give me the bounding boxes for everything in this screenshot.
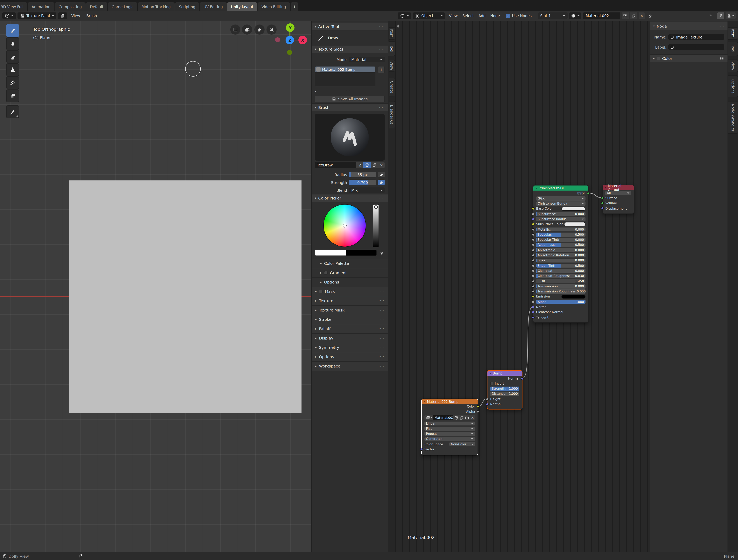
pbsdf-socket-anisotropic-rotation[interactable] (532, 254, 534, 257)
pbsdf-socket-alpha[interactable] (532, 301, 534, 303)
pan-hand-button[interactable] (255, 24, 265, 35)
material-name-field[interactable]: Material.002 (583, 12, 620, 19)
socket-vector-input[interactable] (420, 448, 423, 451)
panel-falloff-7[interactable]: ▸Falloff:::: (312, 324, 388, 333)
invert-checkbox[interactable] (490, 382, 493, 385)
slots-mode-dropdown[interactable]: Material (349, 57, 385, 62)
fake-user-button[interactable] (363, 162, 371, 168)
tool-mask-brush[interactable] (6, 89, 19, 102)
pbsdf-row-roughness[interactable]: Roughness:0.500 (536, 243, 586, 247)
pbsdf-socket-subsurface-radius[interactable] (532, 218, 534, 220)
zoom-magnifier-button[interactable] (267, 24, 277, 35)
color-wheel-cursor[interactable] (343, 224, 346, 227)
workspace-tab-unity-layout[interactable]: Unity layout (227, 2, 257, 11)
axis-z-ball[interactable]: Z (286, 36, 294, 44)
node-menu-view[interactable]: View (447, 12, 460, 19)
node-sidebar-tab-item[interactable]: Item (728, 27, 738, 40)
axis-neg-x-ball[interactable] (275, 37, 280, 42)
workspace-tab-uv-editing[interactable]: UV Editing (200, 2, 227, 11)
pbsdf-socket-transmission[interactable] (532, 285, 534, 288)
texture-slot-list[interactable]: Material.002 Bump (315, 66, 375, 86)
sidebar-tab-view[interactable]: View (389, 60, 395, 72)
workspace-tab-3d-view-full[interactable]: 3D View Full (0, 2, 27, 11)
swap-colors-icon[interactable] (379, 250, 385, 255)
strength-pressure-button[interactable] (378, 180, 385, 185)
pbsdf-row-base-color[interactable]: Base Color (536, 207, 586, 211)
pbsdf-socket-ior[interactable] (532, 280, 534, 283)
socket-bsdf-output[interactable] (587, 192, 590, 195)
value-slider[interactable] (373, 204, 379, 247)
save-all-images-button[interactable]: Save All Images (315, 95, 385, 102)
brush-users-button[interactable]: 2 (356, 162, 363, 168)
image-browse-button[interactable] (424, 415, 433, 420)
axis-x-ball[interactable]: X (298, 36, 307, 44)
node-principled-bsdf[interactable]: ▾Principled BSDF BSDF GGXChristensen-Bur… (533, 185, 589, 323)
background-color[interactable] (346, 250, 376, 255)
node-menu-select[interactable]: Select (460, 12, 476, 19)
color-space-dropdown[interactable]: Non-Color (449, 442, 475, 446)
image-unlink-button[interactable]: × (470, 415, 475, 420)
panel-gradient-1[interactable]: ▸Gradient (312, 268, 388, 277)
tool-smear-brush[interactable] (6, 50, 19, 63)
snapping-toggle[interactable] (717, 12, 724, 19)
imgtex-dropdown-flat[interactable]: Flat (424, 427, 475, 431)
node-material-output[interactable]: ▾Material Output All SurfaceVolumeDispla… (602, 185, 634, 214)
tool-draw-brush[interactable] (6, 24, 19, 37)
panel-brush[interactable]: ▾Brush:::: (312, 103, 388, 111)
brush-preview[interactable] (315, 114, 385, 161)
pbsdf-row-subsurface-color[interactable]: Subsurface Color (536, 222, 586, 226)
material-fake-user-button[interactable] (622, 12, 629, 19)
panel-texture-mask-5[interactable]: ▸Texture Mask:::: (312, 305, 388, 315)
material-copy-button[interactable] (630, 12, 637, 19)
workspace-tab-compositing[interactable]: Compositing (55, 2, 86, 11)
panel-mask-3[interactable]: ▸Mask:::: (312, 287, 388, 296)
shader-type-dropdown[interactable]: Object (413, 12, 445, 19)
pbsdf-row-ior[interactable]: IOR:1.450 (536, 279, 586, 283)
color-swatches[interactable] (315, 250, 377, 256)
material-browse-button[interactable] (569, 12, 581, 19)
tool-annotate[interactable] (6, 105, 19, 118)
node-bump[interactable]: ▾Bump Normal Invert Strength:1.000 Dista… (487, 370, 522, 410)
region-expand-arrow[interactable] (397, 24, 399, 28)
pin-icon[interactable] (648, 13, 653, 18)
node-menu-add[interactable]: Add (476, 12, 488, 19)
pbsdf-row-ggx[interactable]: GGX (536, 196, 586, 200)
workspace-tab-video-editing[interactable]: Video Editing (258, 2, 290, 11)
panel-texture-4[interactable]: ▸Texture:::: (312, 296, 388, 305)
slot-dropdown[interactable]: Slot 1 (538, 12, 568, 19)
pbsdf-row-emission[interactable]: Emission (536, 295, 586, 299)
strength-slider[interactable]: 0.700 (349, 180, 376, 185)
pbsdf-row-transmission[interactable]: Transmission:0.000 (536, 284, 586, 289)
pbsdf-row-specular-tint[interactable]: Specular Tint:0.000 (536, 238, 586, 242)
parent-node-tree-icon[interactable] (708, 13, 712, 18)
use-nodes-toggle[interactable]: ✓ Use Nodes (506, 14, 531, 18)
pbsdf-socket-anisotropic[interactable] (532, 249, 534, 251)
panel-texture-slots[interactable]: ▾Texture Slots:::: (312, 45, 388, 53)
matout-socket-surface[interactable] (601, 197, 604, 199)
panel-options-2[interactable]: ▸Options (312, 277, 388, 287)
image-fake-user-button[interactable] (453, 415, 459, 420)
socket-color-output[interactable] (476, 405, 479, 408)
use-nodes-checkbox[interactable]: ✓ (506, 14, 510, 18)
imgtex-dropdown-repeat[interactable]: Repeat (424, 432, 475, 436)
list-icon[interactable] (720, 57, 724, 60)
texture-slot-item[interactable]: Material.002 Bump (315, 66, 375, 72)
menu-view[interactable]: View (69, 12, 82, 19)
pbsdf-row-anisotropic[interactable]: Anisotropic:0.000 (536, 248, 586, 252)
radius-slider[interactable]: 35 px (349, 172, 376, 177)
axis-neg-y-ball[interactable] (287, 50, 292, 55)
pbsdf-row-anisotropic-rotation[interactable]: Anisotropic Rotation:0.000 (536, 253, 586, 257)
color-wheel[interactable] (323, 204, 366, 247)
material-unlink-button[interactable]: × (639, 12, 645, 19)
imgtex-dropdown-linear[interactable]: Linear (424, 422, 475, 426)
node-menu-node[interactable]: Node (488, 12, 502, 19)
mask-checkbox[interactable] (319, 290, 323, 293)
image-name-field[interactable]: Material.002 Bu.. (433, 415, 453, 420)
sidebar-tab-blenderkit[interactable]: BlenderKit (389, 101, 395, 128)
socket-bump-normal-input[interactable] (486, 403, 489, 406)
pbsdf-row-transmission-roughness[interactable]: Transmission Roughness:0.000 (536, 290, 586, 294)
image-button[interactable] (58, 12, 67, 19)
pbsdf-row-metallic[interactable]: Metallic:0.000 (536, 227, 586, 231)
pbsdf-row-sheen[interactable]: Sheen:0.000 (536, 258, 586, 262)
blend-dropdown[interactable]: Mix (349, 187, 385, 193)
